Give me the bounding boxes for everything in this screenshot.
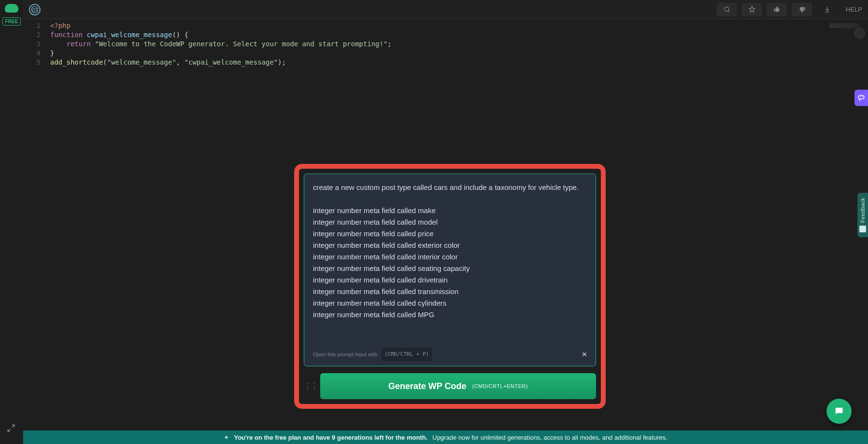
ai-assist-tab[interactable] <box>854 90 868 106</box>
plan-badge: FREE <box>2 17 21 26</box>
top-bar: HELP <box>23 0 868 19</box>
thumbs-down-button[interactable] <box>792 3 812 16</box>
prompt-shortcut: (CMD/CTRL + P) <box>381 348 432 361</box>
code-content: <?php function cwpai_welcome_message() {… <box>50 21 858 67</box>
thumbs-up-button[interactable] <box>767 3 787 16</box>
prompt-input[interactable]: create a new custom post type called car… <box>304 174 596 366</box>
prompt-text: create a new custom post type called car… <box>313 182 587 321</box>
generate-button[interactable]: Generate WP Code (CMD/CRTL+ENTER) <box>320 373 596 399</box>
help-link[interactable]: HELP <box>846 6 862 13</box>
banner-bold-text: You're on the free plan and have 9 gener… <box>234 434 428 441</box>
wordpress-icon[interactable] <box>29 4 41 15</box>
app-logo-icon[interactable] <box>5 4 18 13</box>
feedback-label: Feedback <box>860 198 866 223</box>
upgrade-banner[interactable]: ✦ You're on the free plan and have 9 gen… <box>23 431 868 444</box>
sparkle-icon: ✦ <box>224 434 229 441</box>
svg-point-1 <box>724 7 729 12</box>
banner-text: Upgrade now for unlimited generations, a… <box>433 434 667 441</box>
left-rail: FREE <box>0 0 23 444</box>
line-gutter: 1 2 3 4 5 <box>23 21 47 67</box>
drag-handle-icon[interactable]: ⋮⋮ <box>304 384 317 389</box>
prompt-footer: Open this prompt input with (CMD/CTRL + … <box>313 348 589 361</box>
generate-button-shortcut: (CMD/CRTL+ENTER) <box>472 383 528 389</box>
expand-icon[interactable] <box>7 424 15 434</box>
favorite-button[interactable] <box>742 3 762 16</box>
generate-button-label: Generate WP Code <box>388 381 466 391</box>
feedback-tab[interactable]: Feedback <box>857 193 868 237</box>
search-button[interactable] <box>717 3 737 16</box>
chat-fab[interactable] <box>827 399 852 424</box>
minimap-icon <box>829 23 859 28</box>
close-icon[interactable] <box>580 350 589 359</box>
user-avatar[interactable] <box>854 28 865 39</box>
prompt-highlight-frame: create a new custom post type called car… <box>294 164 606 409</box>
download-button[interactable] <box>817 3 837 16</box>
feedback-icon <box>859 226 866 232</box>
prompt-hint: Open this prompt input with <box>313 349 378 360</box>
